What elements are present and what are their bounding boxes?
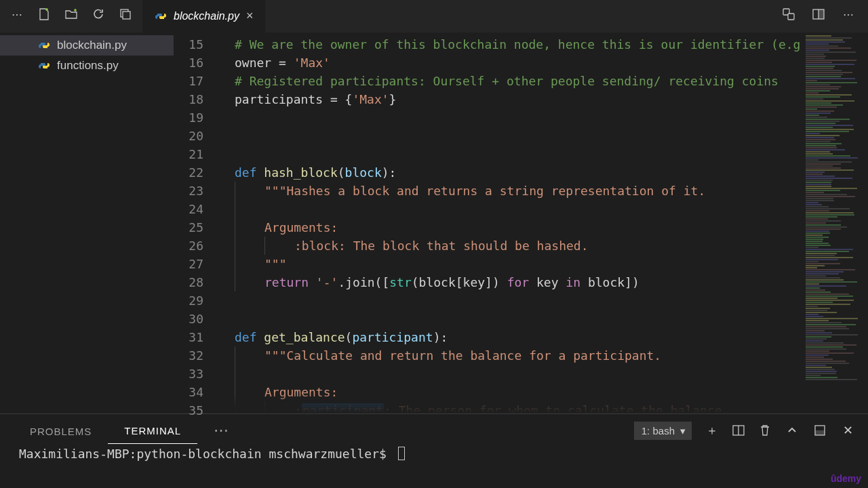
more-actions-icon[interactable]: ⋯ (841, 7, 856, 22)
file-item[interactable]: functions.py (0, 56, 174, 76)
terminal-cursor (398, 447, 405, 460)
find-replace-icon[interactable] (781, 7, 796, 22)
editor-tabs: blockchain.py × (142, 0, 265, 33)
title-bar: ⋯ blockchain.py × ⋯ (0, 0, 868, 33)
line-number-gutter: 1516171819202122232425262728293031323334… (174, 33, 226, 413)
new-terminal-icon[interactable]: ＋ (705, 422, 719, 439)
main: blockchain.pyfunctions.py 15161718192021… (0, 33, 868, 413)
bottom-panel: PROBLEMS TERMINAL ⋯ 1: bash ＋ ✕ Maximili… (0, 413, 868, 488)
new-folder-icon[interactable] (64, 7, 79, 22)
collapse-icon[interactable] (118, 7, 133, 22)
kill-terminal-icon[interactable] (760, 424, 773, 436)
tab-blockchain-py[interactable]: blockchain.py × (142, 0, 265, 33)
terminal-select[interactable]: 1: bash (634, 422, 692, 440)
panel-tabs: PROBLEMS TERMINAL ⋯ 1: bash ＋ ✕ (0, 414, 868, 447)
python-icon (38, 60, 50, 71)
editor[interactable]: 1516171819202122232425262728293031323334… (174, 33, 868, 413)
svg-rect-10 (815, 430, 825, 435)
svg-rect-1 (123, 12, 130, 19)
new-file-icon[interactable] (37, 7, 52, 22)
python-icon (38, 40, 50, 51)
maximize-panel-icon[interactable] (814, 424, 827, 436)
file-item[interactable]: blockchain.py (0, 35, 174, 56)
split-terminal-icon[interactable] (732, 424, 746, 436)
refresh-icon[interactable] (91, 7, 106, 22)
python-icon (155, 11, 167, 22)
close-icon[interactable]: × (246, 9, 254, 23)
close-panel-icon[interactable]: ✕ (841, 423, 854, 438)
titlebar-right-actions: ⋯ (769, 0, 868, 28)
file-name: functions.py (57, 59, 119, 73)
tab-problems[interactable]: PROBLEMS (14, 418, 108, 444)
chevron-up-icon[interactable] (787, 425, 800, 436)
more-panels-icon[interactable]: ⋯ (197, 418, 245, 443)
explorer-sidebar: blockchain.pyfunctions.py (0, 33, 174, 413)
panel-right-actions: 1: bash ＋ ✕ (634, 422, 854, 440)
watermark: ûdemy (831, 473, 861, 484)
svg-rect-3 (788, 14, 794, 20)
tab-filename: blockchain.py (174, 10, 239, 22)
terminal-body[interactable]: Maximilians-MBP:python-blockchain mschwa… (0, 447, 868, 461)
code-area[interactable]: # We are the owner of this blockchain no… (226, 33, 802, 413)
tab-terminal[interactable]: TERMINAL (108, 417, 197, 444)
minimap[interactable] (802, 33, 868, 413)
split-editor-icon[interactable] (811, 7, 826, 22)
terminal-prompt: Maximilians-MBP:python-blockchain mschwa… (19, 447, 387, 461)
titlebar-left-actions: ⋯ (0, 0, 142, 28)
svg-rect-6 (818, 9, 824, 19)
more-icon[interactable]: ⋯ (9, 7, 24, 22)
file-name: blockchain.py (57, 39, 127, 52)
